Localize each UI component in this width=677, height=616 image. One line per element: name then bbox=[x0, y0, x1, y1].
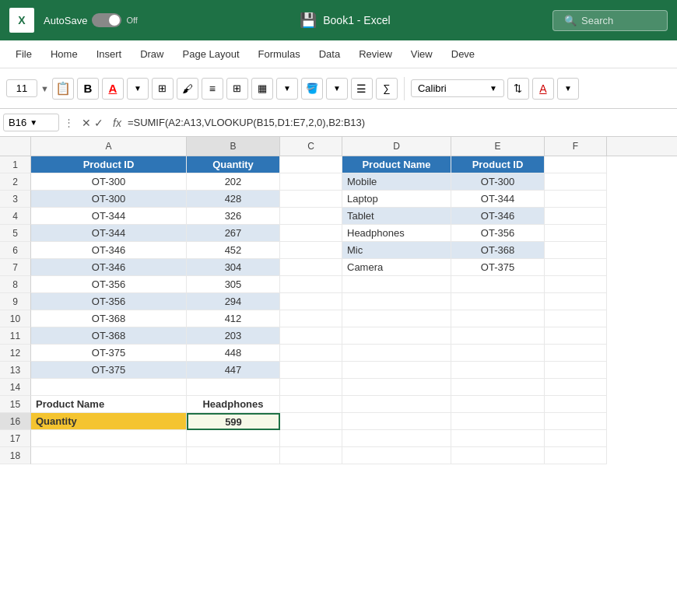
menu-insert[interactable]: Insert bbox=[89, 44, 130, 64]
menu-dev[interactable]: Deve bbox=[444, 44, 482, 64]
cell-e16[interactable] bbox=[451, 413, 545, 430]
cell-d11[interactable] bbox=[342, 327, 451, 345]
cell-d17[interactable] bbox=[342, 430, 451, 447]
border-button[interactable]: ⊞ bbox=[152, 78, 174, 100]
cell-e1[interactable]: Product ID bbox=[451, 156, 545, 173]
formula-content[interactable]: =SUMIF(A2:A13,VLOOKUP(B15,D1:E7,2,0),B2:… bbox=[128, 117, 674, 128]
cell-d8[interactable] bbox=[342, 276, 451, 293]
cell-a5[interactable]: OT-344 bbox=[31, 225, 187, 242]
col-header-a[interactable]: A bbox=[31, 137, 187, 156]
cell-b4[interactable]: 326 bbox=[187, 208, 280, 225]
cell-a13[interactable]: OT-375 bbox=[31, 362, 187, 379]
cell-b17[interactable] bbox=[187, 430, 280, 447]
cell-e9[interactable] bbox=[451, 293, 545, 310]
cell-b15[interactable]: Headphones bbox=[187, 396, 280, 413]
cell-d10[interactable] bbox=[342, 310, 451, 327]
fill-color-button[interactable]: 🪣 bbox=[301, 78, 323, 100]
cell-a6[interactable]: OT-346 bbox=[31, 242, 187, 259]
cell-f4[interactable] bbox=[545, 208, 607, 225]
cell-b14[interactable] bbox=[187, 379, 280, 396]
cell-b7[interactable]: 304 bbox=[187, 259, 280, 276]
cell-b5[interactable]: 267 bbox=[187, 225, 280, 242]
cell-d5[interactable]: Headphones bbox=[342, 225, 451, 242]
cell-b9[interactable]: 294 bbox=[187, 293, 280, 310]
cell-f1[interactable] bbox=[545, 156, 607, 173]
autosave-toggle[interactable] bbox=[92, 13, 121, 27]
cell-b10[interactable]: 412 bbox=[187, 310, 280, 327]
cell-a17[interactable] bbox=[31, 430, 187, 447]
cell-f14[interactable] bbox=[545, 379, 607, 396]
cell-c9[interactable] bbox=[280, 293, 342, 310]
cell-e12[interactable] bbox=[451, 345, 545, 362]
cell-e2[interactable]: OT-300 bbox=[451, 173, 545, 191]
cell-b6[interactable]: 452 bbox=[187, 242, 280, 259]
bold-button[interactable]: B bbox=[77, 78, 99, 100]
cell-e8[interactable] bbox=[451, 276, 545, 293]
cell-d9[interactable] bbox=[342, 293, 451, 310]
cell-c14[interactable] bbox=[280, 379, 342, 396]
cell-e10[interactable] bbox=[451, 310, 545, 327]
col-header-e[interactable]: E bbox=[451, 137, 545, 156]
font-color-chevron[interactable]: ▼ bbox=[557, 78, 579, 100]
table-button[interactable]: ⊞ bbox=[226, 78, 248, 100]
cell-d6[interactable]: Mic bbox=[342, 242, 451, 259]
cell-f18[interactable] bbox=[545, 447, 607, 464]
cell-c11[interactable] bbox=[280, 327, 342, 345]
cell-f7[interactable] bbox=[545, 259, 607, 276]
cell-f6[interactable] bbox=[545, 242, 607, 259]
cell-e15[interactable] bbox=[451, 396, 545, 413]
cell-d14[interactable] bbox=[342, 379, 451, 396]
font-size-input[interactable] bbox=[6, 79, 37, 97]
cell-a3[interactable]: OT-300 bbox=[31, 191, 187, 208]
cell-e4[interactable]: OT-346 bbox=[451, 208, 545, 225]
cell-d16[interactable] bbox=[342, 413, 451, 430]
cell-e5[interactable]: OT-356 bbox=[451, 225, 545, 242]
cell-a9[interactable]: OT-356 bbox=[31, 293, 187, 310]
cell-a2[interactable]: OT-300 bbox=[31, 173, 187, 191]
cell-d13[interactable] bbox=[342, 362, 451, 379]
cancel-formula-icon[interactable]: ✕ bbox=[82, 117, 91, 129]
cell-d18[interactable] bbox=[342, 447, 451, 464]
cell-c15[interactable] bbox=[280, 396, 342, 413]
align-button[interactable]: ≡ bbox=[202, 78, 223, 100]
cell-f10[interactable] bbox=[545, 310, 607, 327]
cell-d3[interactable]: Laptop bbox=[342, 191, 451, 208]
cell-e13[interactable] bbox=[451, 362, 545, 379]
cell-b11[interactable]: 203 bbox=[187, 327, 280, 345]
cell-c12[interactable] bbox=[280, 345, 342, 362]
menu-draw[interactable]: Draw bbox=[132, 44, 171, 64]
cell-f13[interactable] bbox=[545, 362, 607, 379]
cell-style-button[interactable]: ▦ bbox=[251, 78, 273, 100]
cell-e18[interactable] bbox=[451, 447, 545, 464]
cell-d7[interactable]: Camera bbox=[342, 259, 451, 276]
cell-c17[interactable] bbox=[280, 430, 342, 447]
cell-f11[interactable] bbox=[545, 327, 607, 345]
col-header-f[interactable]: F bbox=[545, 137, 607, 156]
cell-a7[interactable]: OT-346 bbox=[31, 259, 187, 276]
cell-d15[interactable] bbox=[342, 396, 451, 413]
formula-sum-button[interactable]: ∑ bbox=[376, 78, 398, 100]
cell-a14[interactable] bbox=[31, 379, 187, 396]
cell-c10[interactable] bbox=[280, 310, 342, 327]
sort-button[interactable]: ⇅ bbox=[507, 78, 529, 100]
cell-f8[interactable] bbox=[545, 276, 607, 293]
cell-c5[interactable] bbox=[280, 225, 342, 242]
cell-style-chevron[interactable]: ▼ bbox=[276, 78, 298, 100]
cell-f9[interactable] bbox=[545, 293, 607, 310]
cell-d12[interactable] bbox=[342, 345, 451, 362]
cell-c6[interactable] bbox=[280, 242, 342, 259]
cell-d4[interactable]: Tablet bbox=[342, 208, 451, 225]
cell-a18[interactable] bbox=[31, 447, 187, 464]
clipboard-icon[interactable]: 📋 bbox=[52, 78, 74, 100]
cell-e3[interactable]: OT-344 bbox=[451, 191, 545, 208]
menu-data[interactable]: Data bbox=[311, 44, 348, 64]
cell-b2[interactable]: 202 bbox=[187, 173, 280, 191]
cell-f5[interactable] bbox=[545, 225, 607, 242]
cell-a4[interactable]: OT-344 bbox=[31, 208, 187, 225]
fill-chevron[interactable]: ▼ bbox=[326, 78, 348, 100]
cell-c1[interactable] bbox=[280, 156, 342, 173]
cell-c18[interactable] bbox=[280, 447, 342, 464]
cell-f3[interactable] bbox=[545, 191, 607, 208]
cell-b18[interactable] bbox=[187, 447, 280, 464]
cell-c4[interactable] bbox=[280, 208, 342, 225]
